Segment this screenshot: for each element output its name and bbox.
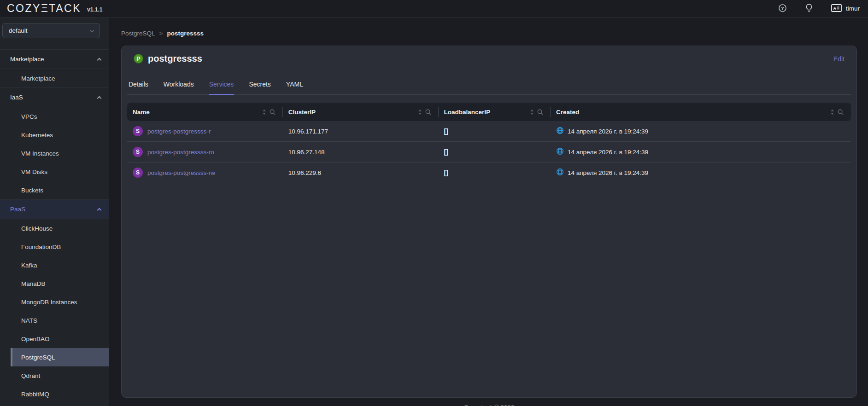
table-row: S postgres-postgressss-ro 10.96.27.148 [… bbox=[127, 142, 851, 162]
created-timestamp: 14 апреля 2026 г. в 19:24:39 bbox=[568, 149, 648, 156]
footer-copyright: Cozystack © 2026 bbox=[121, 404, 857, 406]
sidebar-section-marketplace[interactable]: Marketplace bbox=[0, 49, 109, 69]
sort-icon[interactable] bbox=[262, 109, 266, 115]
sidebar-item-label: Qdrant bbox=[21, 372, 40, 379]
section-label: IaaS bbox=[10, 94, 23, 101]
workspace-select[interactable]: default bbox=[2, 23, 100, 38]
id-card-icon: A bbox=[831, 4, 842, 13]
created-timestamp: 14 апреля 2026 г. в 19:24:39 bbox=[568, 128, 648, 135]
sidebar-item-mongodb-instances[interactable]: MongoDB Instances bbox=[11, 293, 109, 311]
globe-icon bbox=[556, 147, 564, 157]
column-header-clusterip[interactable]: ClusterIP bbox=[283, 103, 439, 121]
globe-icon bbox=[556, 127, 564, 136]
chevron-up-icon bbox=[97, 208, 102, 213]
sort-icon[interactable] bbox=[830, 109, 834, 115]
lightbulb-icon bbox=[805, 4, 813, 14]
search-icon[interactable] bbox=[838, 109, 844, 115]
sort-icon[interactable] bbox=[418, 109, 422, 115]
sidebar-item-label: ClickHouse bbox=[21, 225, 53, 232]
sidebar-item-nats[interactable]: NATS bbox=[11, 311, 109, 330]
sidebar-item-label: VPCs bbox=[21, 113, 37, 120]
tab-services[interactable]: Services bbox=[209, 81, 235, 95]
theme-toggle-button[interactable] bbox=[805, 4, 813, 14]
chevron-up-icon bbox=[97, 96, 102, 101]
sidebar-item-label: VM Disks bbox=[21, 168, 47, 175]
column-header-name[interactable]: Name bbox=[127, 103, 283, 121]
column-label: ClusterIP bbox=[288, 109, 415, 116]
loadbalancer-ip-value: [] bbox=[444, 169, 448, 176]
sidebar-item-foundationdb[interactable]: FoundationDB bbox=[11, 238, 109, 256]
section-label: Marketplace bbox=[10, 56, 44, 63]
sidebar-item-vm-disks[interactable]: VM Disks bbox=[11, 162, 109, 181]
svg-text:A: A bbox=[833, 6, 837, 11]
sidebar-item-mariadb[interactable]: MariaDB bbox=[11, 274, 109, 293]
loadbalancer-ip-value: [] bbox=[444, 128, 448, 135]
table-row: S postgres-postgressss-r 10.96.171.177 [… bbox=[127, 121, 851, 142]
sidebar-item-qdrant[interactable]: Qdrant bbox=[11, 366, 109, 385]
username-label: timur bbox=[846, 5, 860, 12]
cluster-ip-value: 10.96.171.177 bbox=[283, 128, 439, 135]
sidebar-item-kubernetes[interactable]: Kubernetes bbox=[11, 126, 109, 144]
sidebar-item-label: OpenBAO bbox=[21, 336, 50, 342]
page-title: postgressss bbox=[148, 53, 202, 64]
tab-details[interactable]: Details bbox=[128, 81, 149, 95]
svg-text:?: ? bbox=[781, 6, 784, 11]
sidebar-section-iaas[interactable]: IaaS bbox=[0, 87, 109, 107]
sidebar-item-kafka[interactable]: Kafka bbox=[11, 256, 109, 274]
user-menu[interactable]: A timur bbox=[831, 4, 860, 13]
sidebar-item-vm-instances[interactable]: VM Instances bbox=[11, 144, 109, 162]
sidebar-item-label: Buckets bbox=[21, 187, 43, 194]
sidebar-item-postgresql[interactable]: PostgreSQL bbox=[11, 348, 109, 366]
resource-card: P postgressss Edit Details Workloads Ser… bbox=[121, 46, 857, 398]
service-badge: S bbox=[133, 147, 143, 157]
column-header-loadbalancerip[interactable]: LoadbalancerIP bbox=[439, 103, 551, 121]
app-logo[interactable]: COZYΞTACK bbox=[7, 2, 81, 15]
postgres-app-icon: P bbox=[134, 54, 143, 64]
column-label: Created bbox=[556, 109, 827, 116]
breadcrumb-parent-link[interactable]: PostgreSQL bbox=[121, 30, 155, 37]
sidebar-item-label: MariaDB bbox=[21, 280, 46, 287]
sidebar-item-label: Kubernetes bbox=[21, 132, 53, 139]
sidebar-item-rabbitmq[interactable]: RabbitMQ bbox=[11, 385, 109, 403]
tab-yaml[interactable]: YAML bbox=[286, 81, 304, 95]
chevron-down-icon bbox=[90, 28, 94, 32]
search-icon[interactable] bbox=[270, 109, 276, 115]
sidebar: default Marketplace Marketplace IaaS VPC… bbox=[0, 17, 109, 406]
sidebar-section-paas[interactable]: PaaS bbox=[0, 199, 109, 219]
service-name-link[interactable]: postgres-postgressss-ro bbox=[147, 149, 214, 156]
workspace-select-value: default bbox=[9, 27, 28, 34]
app-version: v1.1.1 bbox=[87, 5, 102, 13]
cluster-ip-value: 10.96.27.148 bbox=[283, 149, 439, 156]
tab-workloads[interactable]: Workloads bbox=[163, 81, 194, 95]
sidebar-item-clickhouse[interactable]: ClickHouse bbox=[11, 219, 109, 238]
sidebar-item-label: NATS bbox=[21, 317, 37, 324]
tab-secrets[interactable]: Secrets bbox=[248, 81, 271, 95]
help-button[interactable]: ? bbox=[778, 4, 787, 14]
table-row: S postgres-postgressss-rw 10.96.229.6 []… bbox=[127, 162, 851, 183]
sidebar-item-label: Marketplace bbox=[21, 75, 55, 82]
table-header: Name ClusterIP LoadbalancerIP Created bbox=[127, 103, 851, 121]
sort-icon[interactable] bbox=[530, 109, 534, 115]
search-icon[interactable] bbox=[537, 109, 543, 115]
tab-bar: Details Workloads Services Secrets YAML bbox=[127, 81, 851, 95]
loadbalancer-ip-value: [] bbox=[444, 148, 448, 156]
search-icon[interactable] bbox=[425, 109, 431, 115]
sidebar-item-label: VM Instances bbox=[21, 150, 59, 157]
column-label: LoadbalancerIP bbox=[444, 109, 527, 116]
sidebar-item-buckets[interactable]: Buckets bbox=[11, 181, 109, 199]
service-badge: S bbox=[133, 168, 143, 178]
service-name-link[interactable]: postgres-postgressss-r bbox=[147, 128, 211, 135]
service-badge: S bbox=[133, 126, 143, 136]
sidebar-item-marketplace[interactable]: Marketplace bbox=[11, 69, 109, 87]
service-name-link[interactable]: postgres-postgressss-rw bbox=[147, 169, 215, 176]
chevron-up-icon bbox=[97, 58, 102, 63]
column-header-created[interactable]: Created bbox=[551, 103, 851, 121]
globe-icon bbox=[556, 168, 564, 177]
edit-button[interactable]: Edit bbox=[833, 55, 845, 63]
sidebar-item-vpcs[interactable]: VPCs bbox=[11, 107, 109, 126]
created-timestamp: 14 апреля 2026 г. в 19:24:39 bbox=[568, 169, 648, 176]
sidebar-item-label: PostgreSQL bbox=[21, 354, 55, 361]
sidebar-item-label: MongoDB Instances bbox=[21, 299, 77, 306]
main-content: PostgreSQL > postgressss P postgressss E… bbox=[109, 17, 868, 406]
sidebar-item-openbao[interactable]: OpenBAO bbox=[11, 330, 109, 348]
